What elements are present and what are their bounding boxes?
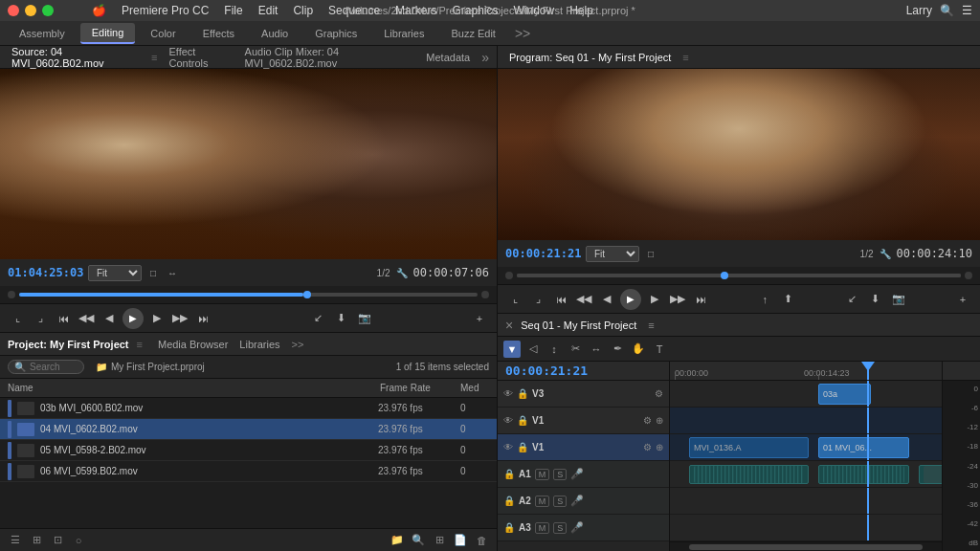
tab-libraries[interactable]: Libraries (239, 339, 279, 350)
source-out-point[interactable] (481, 291, 489, 298)
notifications-icon[interactable]: ☰ (962, 4, 972, 17)
track-a1-solo[interactable]: S (553, 469, 567, 480)
tool-selection[interactable]: ▼ (503, 341, 521, 358)
track-a3-mute[interactable]: M (535, 522, 550, 534)
track-v1h-settings[interactable]: ⚙ (643, 415, 652, 426)
search-bottom-icon[interactable]: 🔍 (411, 533, 426, 548)
track-a2-solo[interactable]: S (553, 496, 567, 507)
clip-a1-1[interactable] (689, 465, 809, 484)
program-play[interactable]: ▶ (620, 289, 641, 310)
tab-media-browser[interactable]: Media Browser (158, 339, 228, 350)
tab-audio[interactable]: Audio (250, 24, 300, 43)
tab-effects[interactable]: Effects (191, 24, 246, 43)
track-v3-settings[interactable]: ⚙ (655, 388, 663, 399)
program-extract[interactable]: ⬆ (778, 290, 797, 309)
minimize-button[interactable] (25, 5, 36, 16)
source-scrubber[interactable] (19, 293, 478, 297)
workspace-more[interactable]: >> (515, 26, 530, 41)
source-settings-icon[interactable]: 🔧 (394, 265, 410, 280)
track-a3-lock[interactable]: 🔒 (503, 522, 515, 533)
program-camera[interactable]: 📷 (889, 290, 908, 309)
source-fit-dropdown[interactable]: Fit 25% 50% 100% (88, 265, 142, 281)
source-mark-out[interactable]: ⌟ (31, 309, 50, 328)
track-v3-lock[interactable]: 🔒 (517, 388, 528, 399)
program-monitor-title[interactable]: Program: Seq 01 - My First Project (505, 50, 675, 65)
tab-editing[interactable]: Editing (80, 23, 136, 44)
track-a2-lock[interactable]: 🔒 (503, 496, 515, 506)
track-a3-solo[interactable]: S (553, 522, 567, 534)
sequence-close[interactable]: × (505, 318, 513, 333)
program-overwrite[interactable]: ⬇ (866, 290, 885, 309)
source-compare-icon[interactable]: ↔ (165, 265, 180, 280)
source-camera[interactable]: 📷 (355, 309, 374, 328)
program-scrubber[interactable] (517, 274, 961, 277)
list-item[interactable]: 04 MVI_0602.B02.mov 23.976 fps 0 (0, 419, 497, 440)
track-a1-mute[interactable]: M (535, 469, 550, 480)
program-playback-bar[interactable] (498, 267, 980, 284)
program-insert[interactable]: ↙ (843, 290, 862, 309)
tool-slip[interactable]: ↔ (588, 341, 605, 358)
tool-ripple[interactable]: ↕ (546, 341, 563, 358)
program-mark-out[interactable]: ⌟ (528, 290, 547, 309)
menu-app-name[interactable]: Premiere Pro CC (122, 4, 209, 17)
track-v3-eye[interactable]: 👁 (503, 388, 513, 399)
grid-view-icon[interactable]: ⊞ (29, 533, 44, 548)
tab-metadata[interactable]: Metadata (422, 50, 474, 65)
source-mark-in[interactable]: ⌞ (8, 309, 27, 328)
tab-audio-clip-mixer[interactable]: Audio Clip Mixer: 04 MVI_0602.B02.mov (241, 44, 415, 71)
list-view-icon[interactable]: ☰ (8, 533, 23, 548)
source-zoom-icon[interactable]: □ (145, 265, 161, 280)
project-more[interactable]: >> (292, 339, 304, 350)
search-input[interactable] (30, 362, 87, 372)
track-a1-mic[interactable]: 🎤 (570, 468, 584, 480)
program-settings-icon[interactable]: 🔧 (878, 246, 893, 261)
program-go-out[interactable]: ⏭ (691, 290, 710, 309)
grid-bottom-icon[interactable]: ⊞ (432, 533, 447, 548)
tool-text[interactable]: T (651, 341, 668, 358)
new-bin-icon[interactable]: 📁 (390, 533, 405, 548)
track-v1h-sync[interactable]: ⊕ (656, 415, 663, 426)
source-overwrite[interactable]: ⬇ (332, 309, 351, 328)
tool-pen[interactable]: ✒ (609, 341, 626, 358)
program-step-fwd-fast[interactable]: ▶▶ (668, 290, 687, 309)
source-add[interactable]: + (470, 309, 489, 328)
source-monitor-title[interactable]: Source: 04 MVI_0602.B02.mov (8, 44, 144, 71)
program-lift[interactable]: ↑ (755, 290, 774, 309)
tab-graphics[interactable]: Graphics (303, 24, 368, 43)
program-fit-dropdown[interactable]: Fit 25% 50% 100% (586, 246, 639, 262)
source-step-back-1[interactable]: ◀ (100, 309, 119, 328)
source-go-in[interactable]: ⏮ (54, 309, 73, 328)
source-panel-expand[interactable]: » (481, 50, 489, 65)
program-add[interactable]: + (953, 290, 972, 309)
track-a3-mic[interactable]: 🎤 (570, 521, 584, 534)
clip-v1-mvi0136[interactable]: MVI_0136.A (689, 437, 809, 458)
source-play[interactable]: ▶ (122, 308, 144, 329)
clip-a1-2[interactable] (818, 465, 909, 484)
tab-color[interactable]: Color (139, 24, 187, 43)
program-step-fwd[interactable]: ▶ (645, 290, 664, 309)
freeform-view-icon[interactable]: ⊡ (50, 533, 65, 548)
source-insert[interactable]: ↙ (309, 309, 328, 328)
clip-v3-03a[interactable]: 03a (818, 384, 871, 405)
menu-apple[interactable]: 🍎 (92, 4, 106, 17)
tool-razor[interactable]: ✂ (567, 341, 584, 358)
track-v1-eye[interactable]: 👁 (503, 442, 513, 452)
source-playback-bar[interactable] (0, 286, 497, 303)
program-mark-in[interactable]: ⌞ (505, 290, 524, 309)
menu-file[interactable]: File (224, 4, 242, 17)
tab-buzz-edit[interactable]: Buzz Edit (439, 24, 506, 43)
source-go-out[interactable]: ⏭ (193, 309, 212, 328)
program-out-point[interactable] (965, 272, 972, 279)
program-step-back[interactable]: ◀◀ (574, 290, 593, 309)
tab-effect-controls[interactable]: Effect Controls (165, 44, 233, 71)
new-item-icon[interactable]: 📄 (453, 533, 468, 548)
timeline-scroll[interactable] (670, 541, 942, 551)
track-a2-mic[interactable]: 🎤 (570, 495, 584, 507)
tab-assembly[interactable]: Assembly (8, 24, 77, 43)
trash-icon[interactable]: 🗑 (474, 533, 489, 548)
track-v1h-lock[interactable]: 🔒 (517, 415, 528, 426)
sequence-menu[interactable]: ≡ (648, 320, 654, 331)
tool-hand[interactable]: ✋ (630, 341, 647, 358)
program-in-point[interactable] (505, 272, 513, 279)
source-step-fwd-fast[interactable]: ▶▶ (170, 309, 189, 328)
